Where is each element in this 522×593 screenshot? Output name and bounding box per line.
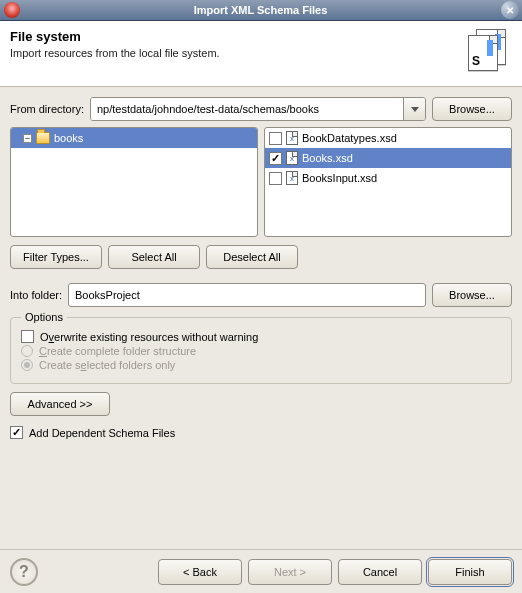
dialog-body: From directory: Browse... − books x Book…	[0, 87, 522, 549]
file-row[interactable]: x BooksInput.xsd	[265, 168, 511, 188]
chevron-down-icon	[411, 107, 419, 112]
file-label: BookDatatypes.xsd	[302, 132, 397, 144]
page-description: Import resources from the local file sys…	[10, 47, 220, 59]
help-button[interactable]: ?	[10, 558, 38, 586]
file-checkbox[interactable]	[269, 132, 282, 145]
xsd-file-icon: x	[286, 131, 298, 145]
file-checkbox[interactable]	[269, 172, 282, 185]
app-icon	[4, 2, 20, 18]
file-label: Books.xsd	[302, 152, 353, 164]
deselect-all-button[interactable]: Deselect All	[206, 245, 298, 269]
create-complete-radio	[21, 345, 33, 357]
folder-icon	[36, 132, 50, 144]
overwrite-checkbox[interactable]	[21, 330, 34, 343]
overwrite-label: Overwrite existing resources without war…	[40, 331, 258, 343]
create-selected-radio	[21, 359, 33, 371]
folder-tree[interactable]: − books	[10, 127, 258, 237]
tree-expander-icon[interactable]: −	[23, 134, 32, 143]
options-group: Options Overwrite existing resources wit…	[10, 317, 512, 384]
add-dependent-checkbox[interactable]	[10, 426, 23, 439]
header-icon: S	[464, 29, 512, 73]
add-dependent-label: Add Dependent Schema Files	[29, 427, 175, 439]
file-label: BooksInput.xsd	[302, 172, 377, 184]
xsd-file-icon: x	[286, 151, 298, 165]
title-bar: Import XML Schema Files ✕	[0, 0, 522, 21]
select-all-button[interactable]: Select All	[108, 245, 200, 269]
options-title: Options	[21, 311, 67, 323]
create-complete-label: Create complete folder structure	[39, 345, 196, 357]
window-title: Import XML Schema Files	[20, 4, 501, 16]
into-folder-label: Into folder:	[10, 289, 62, 301]
file-row[interactable]: x Books.xsd	[265, 148, 511, 168]
directory-combo[interactable]	[90, 97, 426, 121]
advanced-button[interactable]: Advanced >>	[10, 392, 110, 416]
tree-item-books[interactable]: − books	[11, 128, 257, 148]
dialog-footer: ? < Back Next > Cancel Finish	[0, 549, 522, 593]
directory-label: From directory:	[10, 103, 84, 115]
tree-item-label: books	[54, 132, 83, 144]
back-button[interactable]: < Back	[158, 559, 242, 585]
cancel-button[interactable]: Cancel	[338, 559, 422, 585]
directory-input[interactable]	[91, 98, 403, 120]
into-folder-browse-button[interactable]: Browse...	[432, 283, 512, 307]
create-selected-label: Create selected folders only	[39, 359, 175, 371]
next-button: Next >	[248, 559, 332, 585]
file-list[interactable]: x BookDatatypes.xsd x Books.xsd x BooksI…	[264, 127, 512, 237]
directory-dropdown[interactable]	[403, 98, 425, 120]
page-title: File system	[10, 29, 220, 44]
file-checkbox[interactable]	[269, 152, 282, 165]
directory-browse-button[interactable]: Browse...	[432, 97, 512, 121]
dialog-header: File system Import resources from the lo…	[0, 21, 522, 87]
finish-button[interactable]: Finish	[428, 559, 512, 585]
file-row[interactable]: x BookDatatypes.xsd	[265, 128, 511, 148]
filter-types-button[interactable]: Filter Types...	[10, 245, 102, 269]
xsd-file-icon: x	[286, 171, 298, 185]
into-folder-input[interactable]	[68, 283, 426, 307]
close-button[interactable]: ✕	[501, 1, 519, 19]
